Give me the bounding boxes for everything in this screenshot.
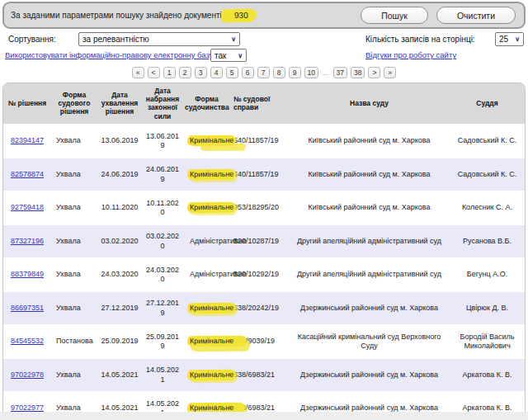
page-button-10[interactable]: 10 (304, 67, 318, 78)
decision-form-cell: Ухвала (51, 224, 97, 257)
page-button-next[interactable]: > (368, 67, 380, 78)
judge-cell: Аркатова К. В. (448, 357, 526, 391)
decision-link[interactable]: 86697351 (11, 304, 44, 312)
decision-link[interactable]: 97022977 (11, 403, 44, 412)
justice-type-text: Кримінальне (187, 202, 236, 214)
decision-link[interactable]: 84545532 (11, 337, 44, 345)
page-button-6[interactable]: 6 (242, 67, 254, 78)
justice-type-cell: Кримінальне (183, 157, 230, 191)
decision-link[interactable]: 82394147 (11, 136, 44, 144)
justice-type-cell: Кримінальне (183, 124, 230, 158)
justice-type-cell: Адміністративне (183, 224, 230, 257)
page-button-4[interactable]: 4 (210, 67, 223, 78)
decision-number-cell: 82394147 (3, 124, 51, 158)
table-row: 88379849 Ухвала 24.03.2020 24.03.2020 Ад… (3, 257, 526, 291)
decision-link[interactable]: 87327196 (11, 237, 44, 245)
legal-base-select-value: так (214, 51, 226, 60)
page-button-9[interactable]: 9 (289, 67, 301, 78)
decision-form-cell: Ухвала (51, 157, 97, 191)
decision-number-cell: 86697351 (3, 290, 51, 324)
justice-type-text: Кримінальне (187, 169, 236, 181)
decision-date-cell: 03.02.2020 (97, 224, 142, 257)
column-header: Форма судочинства (183, 83, 230, 124)
page-button-7[interactable]: 7 (257, 67, 270, 78)
case-number-cell: 640/11857/19 (230, 124, 290, 158)
page-bottom-strip (0, 412, 528, 420)
table-row: 87327196 Ухвала 03.02.2020 03.02.2020 Ад… (3, 224, 526, 257)
summary-text: За заданими параметрами пошуку знайдено … (11, 9, 256, 22)
page-size-select-value: 25 (499, 35, 508, 44)
pagination-ellipsis: ... (322, 68, 330, 77)
judge-cell: Колесник С. А. (448, 191, 526, 224)
justice-type-cell: Кримінальне (183, 324, 230, 358)
justice-type-cell: Адміністративне (183, 257, 230, 291)
force-date-cell: 24.03.2020 (142, 257, 183, 291)
justice-type-cell: Кримінальне (183, 290, 230, 324)
decision-form-cell: Ухвала (51, 290, 97, 324)
sort-select[interactable]: за релевантністю ∨ (78, 32, 240, 46)
column-header: № судової справи (230, 83, 290, 124)
decision-link[interactable]: 88379849 (11, 270, 44, 278)
page-button-2[interactable]: 2 (179, 67, 191, 78)
page-button-last[interactable]: » (384, 67, 396, 78)
page-button-3[interactable]: 3 (195, 67, 207, 78)
clear-button[interactable]: Очистити (436, 7, 516, 24)
decision-date-cell: 14.05.2021 (97, 357, 142, 391)
page-button-37[interactable]: 37 (333, 67, 347, 78)
table-row: 86697351 Ухвала 27.12.2019 27.12.2019 Кр… (3, 290, 526, 324)
decision-number-cell: 82578874 (3, 157, 51, 191)
table-row: 84545532 Постанова 25.09.2019 25.09.2019… (3, 324, 526, 358)
force-date-cell: 13.06.2019 (142, 124, 183, 158)
decision-date-cell: 24.06.2019 (97, 157, 142, 191)
court-name-cell: Дзержинський районний суд м. Харкова (290, 357, 448, 391)
sort-label: Сортування: (8, 35, 56, 44)
decision-form-cell: Ухвала (51, 257, 97, 291)
justice-type-text: Кримінальне (187, 336, 247, 347)
legal-base-select[interactable]: так ∨ (210, 49, 247, 62)
justice-type-text: Кримінальне (187, 370, 236, 381)
topbar-buttons: Пошук Очистити (361, 7, 517, 24)
case-number-cell: 953/18295/20 (230, 191, 290, 224)
chevron-down-icon: ∨ (511, 35, 520, 43)
column-header: № рішення (3, 83, 51, 124)
decision-number-cell: 88379849 (3, 257, 51, 291)
summary-label: За заданими параметрами пошуку знайдено … (11, 11, 229, 20)
decision-date-cell: 25.09.2019 (97, 324, 142, 358)
decision-form-cell: Постанова (51, 324, 97, 358)
column-header: Форма судового рішення (51, 83, 97, 124)
page-button-prev[interactable]: < (148, 67, 160, 78)
judge-cell: Цвірюк Д. В. (448, 290, 526, 324)
page-button-1[interactable]: 1 (163, 67, 176, 78)
feedback-link[interactable]: Відгуки про роботу сайту (365, 50, 456, 59)
decision-link[interactable]: 82578874 (11, 170, 44, 178)
court-name-cell: Другий апеляційний адміністративний суд (290, 257, 448, 291)
force-date-cell: 24.06.2019 (142, 157, 183, 191)
pagination: «<12345678910...3738>» (0, 66, 528, 78)
table-body: 82394147 Ухвала 13.06.2019 13.06.2019 Кр… (3, 124, 526, 420)
page-button-38[interactable]: 38 (351, 67, 365, 78)
table-row: 82394147 Ухвала 13.06.2019 13.06.2019 Кр… (3, 124, 526, 158)
legal-base-link[interactable]: Використовувати інформаційно-правову еле… (5, 50, 215, 59)
page-size-select[interactable]: 25 ∨ (495, 32, 524, 46)
force-date-cell: 27.12.2019 (142, 290, 183, 324)
chevron-down-icon: ∨ (227, 35, 236, 43)
decision-number-cell: 92759418 (3, 191, 51, 224)
decision-link[interactable]: 97022978 (11, 370, 44, 379)
decision-link[interactable]: 92759418 (11, 203, 44, 211)
table-row: 92759418 Ухвала 10.11.2020 10.11.2020 Кр… (3, 191, 526, 224)
page-button-5[interactable]: 5 (226, 67, 238, 78)
table-row: 82578874 Ухвала 24.06.2019 24.06.2019 Кр… (3, 157, 526, 191)
found-count-highlight: 930 (220, 8, 256, 22)
column-header: Дата набрання законної сили (142, 83, 183, 124)
force-date-cell: 10.11.2020 (142, 191, 183, 224)
column-header: Дата ухвалення рішення (97, 83, 142, 124)
page-button-first[interactable]: « (132, 67, 144, 78)
justice-type-cell: Кримінальне (183, 191, 230, 224)
decision-form-cell: Ухвала (51, 191, 97, 224)
decision-date-cell: 13.06.2019 (97, 124, 142, 158)
page-button-8[interactable]: 8 (273, 67, 285, 78)
search-button[interactable]: Пошук (361, 7, 428, 24)
force-date-cell: 03.02.2020 (142, 224, 183, 257)
justice-type-text: Адміністративне (187, 236, 249, 247)
judge-cell: Бородій Василь Миколайович (448, 324, 526, 358)
